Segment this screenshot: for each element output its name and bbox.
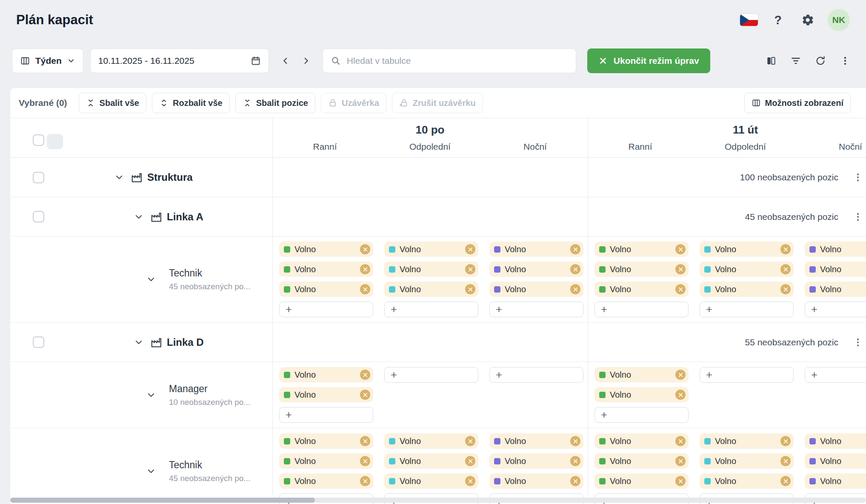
collapse-positions-button[interactable]: Sbalit pozice [235, 93, 315, 113]
more-options-button[interactable] [835, 50, 856, 71]
shift-chip[interactable]: Volno [384, 433, 478, 449]
remove-chip-button[interactable] [780, 264, 791, 274]
expand-collapse-button[interactable] [131, 335, 146, 350]
row-menu-button[interactable] [849, 169, 866, 186]
search-input[interactable] [347, 56, 568, 66]
shift-chip[interactable]: Volno [805, 262, 866, 277]
shift-chip[interactable]: Volno [805, 453, 866, 469]
shift-chip[interactable]: Volno [594, 433, 689, 449]
refresh-button[interactable] [810, 50, 831, 71]
remove-chip-button[interactable] [465, 264, 475, 274]
row-checkbox[interactable] [33, 172, 44, 183]
shift-chip[interactable]: Volno [805, 473, 866, 489]
add-shift-button[interactable] [384, 302, 478, 317]
horizontal-scrollbar[interactable] [10, 498, 866, 503]
select-all-checkbox[interactable] [33, 134, 44, 146]
remove-chip-button[interactable] [570, 456, 580, 466]
shift-chip[interactable]: Volno [489, 282, 583, 297]
collapse-all-button[interactable]: Sbalit vše [79, 93, 146, 113]
remove-chip-button[interactable] [570, 436, 580, 446]
add-shift-button[interactable] [489, 302, 583, 317]
remove-chip-button[interactable] [675, 244, 686, 254]
remove-chip-button[interactable] [780, 456, 791, 466]
remove-chip-button[interactable] [570, 264, 580, 274]
shift-chip[interactable]: Volno [700, 262, 794, 277]
shift-chip[interactable]: Volno [700, 242, 794, 257]
remove-chip-button[interactable] [360, 456, 370, 466]
shift-chip[interactable]: Volno [700, 453, 794, 469]
remove-chip-button[interactable] [780, 436, 791, 446]
columns-view-button[interactable] [760, 50, 782, 71]
shift-chip[interactable]: Volno [594, 242, 689, 257]
row-checkbox[interactable] [33, 336, 44, 348]
shift-chip[interactable]: Volno [805, 282, 866, 297]
cancel-closure-button[interactable]: Zrušit uzávěrku [392, 93, 483, 113]
shift-chip[interactable]: Volno [279, 242, 373, 257]
shift-chip[interactable]: Volno [489, 453, 583, 469]
remove-chip-button[interactable] [570, 244, 580, 254]
remove-chip-button[interactable] [675, 264, 686, 274]
add-shift-button[interactable] [700, 367, 794, 383]
add-shift-button[interactable] [384, 367, 478, 383]
expand-collapse-button[interactable] [143, 464, 159, 479]
remove-chip-button[interactable] [360, 370, 370, 380]
remove-chip-button[interactable] [675, 390, 686, 400]
remove-chip-button[interactable] [465, 456, 475, 466]
shift-chip[interactable]: Volno [805, 433, 866, 449]
remove-chip-button[interactable] [360, 244, 370, 254]
horizontal-scrollbar-thumb[interactable] [10, 498, 315, 503]
shift-chip[interactable]: Volno [489, 473, 583, 489]
shift-chip[interactable]: Volno [384, 453, 478, 469]
shift-chip[interactable]: Volno [279, 453, 373, 469]
remove-chip-button[interactable] [360, 476, 370, 486]
expand-collapse-button[interactable] [131, 209, 146, 225]
shift-chip[interactable]: Volno [594, 473, 689, 489]
view-mode-select[interactable]: Týden [12, 48, 83, 73]
add-shift-button[interactable] [594, 302, 689, 317]
remove-chip-button[interactable] [360, 284, 370, 294]
shift-chip[interactable]: Volno [700, 473, 794, 489]
shift-chip[interactable]: Volno [384, 262, 478, 277]
remove-chip-button[interactable] [780, 284, 791, 294]
shift-chip[interactable]: Volno [279, 433, 373, 449]
shift-chip[interactable]: Volno [489, 242, 583, 257]
remove-chip-button[interactable] [465, 436, 475, 446]
expand-collapse-button[interactable] [143, 272, 159, 287]
add-shift-button[interactable] [700, 302, 794, 317]
remove-chip-button[interactable] [675, 476, 686, 486]
shift-chip[interactable]: Volno [594, 367, 689, 382]
remove-chip-button[interactable] [465, 476, 475, 486]
shift-chip[interactable]: Volno [700, 433, 794, 449]
shift-chip[interactable]: Volno [279, 473, 373, 489]
expand-collapse-button[interactable] [143, 387, 159, 403]
shift-chip[interactable]: Volno [384, 242, 478, 257]
previous-period-button[interactable] [277, 52, 294, 70]
expand-all-button[interactable]: Rozbalit vše [152, 93, 230, 113]
shift-chip[interactable]: Volno [384, 282, 478, 297]
remove-chip-button[interactable] [570, 284, 580, 294]
remove-chip-button[interactable] [780, 244, 791, 254]
expand-collapse-button[interactable] [111, 170, 127, 185]
add-shift-button[interactable] [279, 302, 373, 317]
shift-chip[interactable]: Volno [279, 387, 373, 402]
remove-chip-button[interactable] [675, 436, 686, 446]
shift-chip[interactable]: Volno [594, 262, 689, 277]
add-shift-button[interactable] [805, 367, 866, 383]
closure-button[interactable]: Uzávěrka [321, 93, 386, 113]
shift-chip[interactable]: Volno [805, 242, 866, 257]
add-shift-button[interactable] [594, 407, 689, 423]
remove-chip-button[interactable] [465, 244, 475, 254]
finish-edit-mode-button[interactable]: Ukončit režim úprav [587, 48, 710, 73]
shift-chip[interactable]: Volno [594, 282, 689, 297]
remove-chip-button[interactable] [780, 476, 791, 486]
shift-chip[interactable]: Volno [279, 282, 373, 297]
shift-chip[interactable]: Volno [594, 387, 689, 402]
row-menu-button[interactable] [849, 334, 866, 351]
next-period-button[interactable] [297, 52, 315, 70]
add-shift-button[interactable] [805, 302, 866, 317]
language-flag-czech-icon[interactable] [740, 14, 758, 26]
shift-chip[interactable]: Volno [594, 453, 689, 469]
settings-button[interactable] [798, 10, 817, 30]
shift-chip[interactable]: Volno [279, 367, 373, 382]
row-menu-button[interactable] [849, 208, 866, 225]
